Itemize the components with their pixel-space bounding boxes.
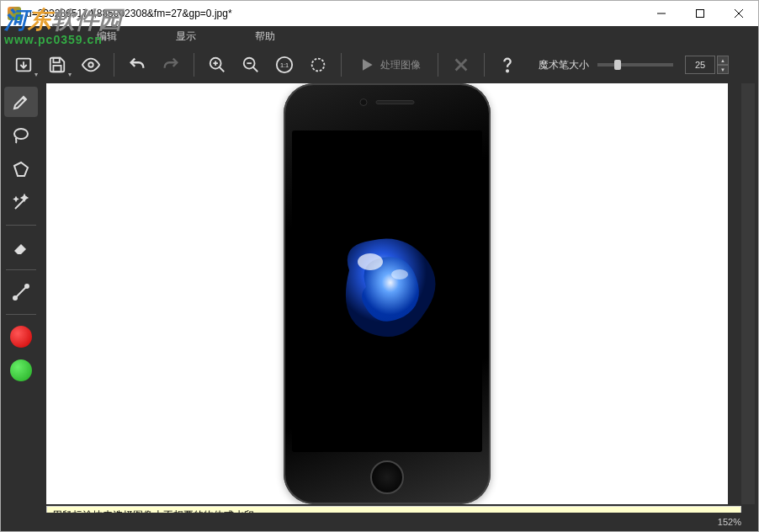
open-button[interactable]: ▾ — [8, 50, 40, 80]
zoom-fit-button[interactable] — [302, 50, 334, 80]
menubar: 文件 编辑 显示 帮助 — [1, 26, 758, 46]
hint-bar: 用鼠标涂抹来选择图像上不想要的物体或水印。 — [46, 506, 741, 513]
zoom-out-button[interactable] — [235, 50, 267, 80]
polygon-tool[interactable] — [4, 154, 38, 184]
brush-size-down[interactable]: ▼ — [717, 65, 729, 74]
brush-size-label: 魔术笔大小 — [539, 58, 589, 72]
separator — [484, 53, 485, 77]
svg-rect-5 — [53, 58, 59, 63]
phone-home-button-icon — [370, 460, 404, 494]
svg-rect-17 — [312, 59, 325, 72]
process-image-label: 处理图像 — [380, 58, 421, 72]
minimize-button[interactable] — [642, 1, 681, 26]
canvas-container: 用鼠标涂抹来选择图像上不想要的物体或水印。 — [41, 83, 758, 513]
cancel-button[interactable] — [445, 50, 477, 80]
maximize-button[interactable] — [681, 1, 719, 26]
line-tool[interactable] — [4, 277, 38, 307]
dropdown-arrow-icon: ▾ — [68, 71, 72, 78]
svg-point-7 — [88, 62, 93, 67]
menu-help[interactable]: 帮助 — [255, 29, 275, 44]
svg-point-26 — [391, 269, 408, 279]
eraser-tool[interactable] — [4, 232, 38, 263]
svg-point-25 — [358, 253, 383, 270]
menu-edit[interactable]: 编辑 — [97, 29, 117, 44]
zoom-in-button[interactable] — [201, 50, 233, 80]
main-area: 用鼠标涂抹来选择图像上不想要的物体或水印。 — [1, 83, 758, 513]
brush-size-input[interactable] — [685, 56, 715, 74]
marker-tool[interactable] — [4, 87, 38, 117]
window-title: u=2932865174,885002308&fm=27&gp=0.jpg* — [26, 8, 642, 19]
save-button[interactable]: ▾ — [41, 50, 73, 80]
green-circle-icon — [10, 359, 32, 381]
help-button[interactable] — [491, 50, 523, 80]
preview-button[interactable] — [75, 50, 107, 80]
app-icon — [8, 7, 21, 20]
phone-wallpaper — [324, 228, 450, 354]
phone-screen — [292, 130, 482, 452]
canvas[interactable] — [46, 83, 728, 504]
svg-line-9 — [220, 67, 225, 72]
phone-camera-icon — [360, 98, 368, 106]
titlebar: u=2932865174,885002308&fm=27&gp=0.jpg* — [1, 1, 758, 26]
phone-earpiece-icon — [376, 100, 415, 104]
dropdown-arrow-icon: ▾ — [34, 71, 38, 78]
separator — [341, 53, 342, 77]
zoom-level: 152% — [718, 517, 741, 527]
close-button[interactable] — [719, 1, 758, 26]
separator — [6, 225, 36, 226]
separator — [114, 53, 114, 77]
separator — [6, 314, 36, 315]
statusbar: 152% — [1, 513, 758, 531]
undo-button[interactable] — [121, 50, 153, 80]
separator — [438, 53, 438, 77]
magic-wand-tool[interactable] — [4, 188, 38, 218]
scrollbar-vertical[interactable] — [741, 83, 755, 504]
svg-text:1:1: 1:1 — [280, 61, 289, 69]
red-marker-tool[interactable] — [4, 322, 38, 352]
image-content-phone — [284, 83, 491, 504]
app-window: 河东软件园 www.pc0359.cn u=2932865174,8850023… — [0, 0, 759, 532]
red-circle-icon — [10, 326, 32, 348]
svg-line-13 — [253, 67, 258, 72]
process-image-button[interactable]: 处理图像 — [348, 50, 431, 80]
zoom-actual-button[interactable]: 1:1 — [268, 50, 300, 80]
svg-point-21 — [14, 129, 28, 139]
svg-point-20 — [507, 70, 508, 72]
separator — [194, 53, 194, 77]
green-marker-tool[interactable] — [4, 355, 38, 386]
lasso-tool[interactable] — [4, 120, 38, 151]
separator — [6, 269, 36, 270]
toolbar-side — [1, 83, 41, 513]
redo-button[interactable] — [155, 50, 187, 80]
toolbar-top: ▾ ▾ 1:1 处理图像 — [1, 46, 758, 83]
brush-size-slider[interactable] — [597, 63, 673, 66]
svg-line-24 — [16, 287, 26, 297]
svg-rect-6 — [53, 66, 61, 72]
brush-size-up[interactable]: ▲ — [717, 56, 729, 65]
menu-display[interactable]: 显示 — [176, 29, 196, 44]
svg-rect-1 — [697, 10, 704, 18]
